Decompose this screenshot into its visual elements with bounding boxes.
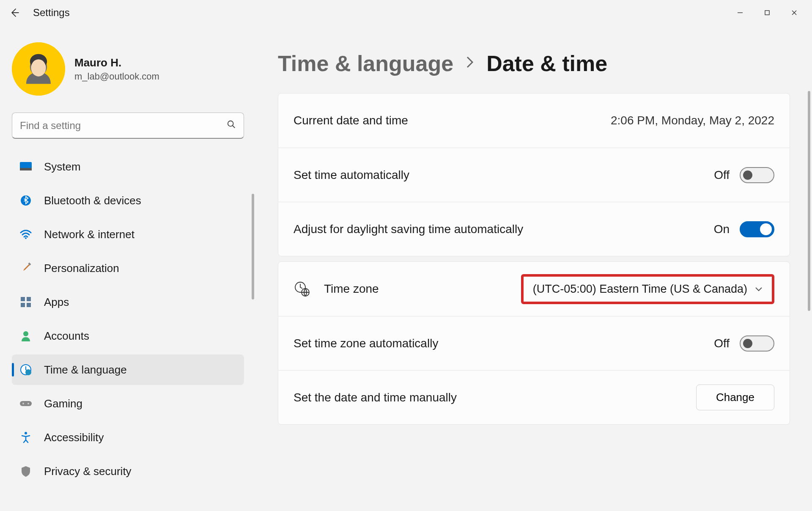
svg-point-19 <box>25 369 31 375</box>
chevron-down-icon <box>755 285 763 294</box>
sidebar-item-personalization[interactable]: Personalization <box>12 253 244 283</box>
profile-text: Mauro H. m_lab@outlook.com <box>74 56 159 82</box>
timezone-value: (UTC-05:00) Eastern Time (US & Canada) <box>533 283 747 296</box>
svg-rect-1 <box>765 11 769 15</box>
close-icon <box>791 9 798 16</box>
chevron-right-icon <box>465 55 475 72</box>
sidebar-item-bluetooth[interactable]: Bluetooth & devices <box>12 185 244 216</box>
titlebar: Settings <box>0 0 812 25</box>
profile-block[interactable]: Mauro H. m_lab@outlook.com <box>12 42 244 96</box>
sidebar-item-time-language[interactable]: Time & language <box>12 354 244 385</box>
sidebar-item-label: Bluetooth & devices <box>44 194 141 207</box>
sidebar-item-apps[interactable]: Apps <box>12 287 244 317</box>
minimize-button[interactable] <box>727 3 754 23</box>
sidebar-nav: System Bluetooth & devices Network & int… <box>12 151 244 486</box>
breadcrumb: Time & language Date & time <box>278 51 790 76</box>
auto-time-toggle[interactable] <box>740 167 774 183</box>
sidebar-item-label: Personalization <box>44 262 119 275</box>
minimize-icon <box>737 9 743 16</box>
svg-point-11 <box>25 237 27 239</box>
profile-email: m_lab@outlook.com <box>74 71 159 82</box>
bluetooth-icon <box>19 194 32 207</box>
sidebar-item-label: Apps <box>44 296 69 309</box>
profile-name: Mauro H. <box>74 56 159 69</box>
dst-toggle[interactable] <box>740 221 774 237</box>
sidebar-scrollbar[interactable] <box>252 194 254 299</box>
auto-tz-label: Set time zone automatically <box>294 337 714 350</box>
close-button[interactable] <box>781 3 808 23</box>
current-datetime-value: 2:06 PM, Monday, May 2, 2022 <box>611 114 774 127</box>
settings-window: Settings <box>0 0 812 511</box>
sidebar-item-network[interactable]: Network & internet <box>12 219 244 250</box>
card-current-datetime: Current date and time 2:06 PM, Monday, M… <box>278 93 790 256</box>
sidebar-item-accessibility[interactable]: Accessibility <box>12 422 244 453</box>
auto-tz-state: Off <box>714 337 730 350</box>
sidebar-item-accounts[interactable]: Accounts <box>12 321 244 351</box>
sidebar-item-label: Privacy & security <box>44 465 132 478</box>
accessibility-icon <box>19 431 32 444</box>
sidebar-item-gaming[interactable]: Gaming <box>12 388 244 419</box>
paintbrush-icon <box>19 262 32 275</box>
clock-globe-icon <box>19 363 32 376</box>
sidebar-item-privacy[interactable]: Privacy & security <box>12 456 244 486</box>
arrow-left-icon <box>8 7 20 19</box>
svg-point-5 <box>31 59 46 76</box>
svg-point-17 <box>23 331 28 336</box>
back-button[interactable] <box>4 3 25 23</box>
sidebar-item-system[interactable]: System <box>12 151 244 182</box>
window-controls <box>727 3 808 23</box>
shield-icon <box>19 465 32 478</box>
auto-time-state: Off <box>714 168 730 182</box>
person-icon <box>19 330 32 342</box>
manual-time-label: Set the date and time manually <box>294 391 696 404</box>
sidebar-item-label: Gaming <box>44 397 82 410</box>
svg-point-21 <box>22 403 24 404</box>
svg-rect-16 <box>27 303 31 307</box>
page-title: Date & time <box>486 51 607 76</box>
search-icon <box>227 120 236 131</box>
svg-rect-13 <box>21 297 25 301</box>
dst-state: On <box>714 223 730 236</box>
svg-rect-20 <box>20 401 32 406</box>
content-area: Mauro H. m_lab@outlook.com System Blueto… <box>0 25 812 511</box>
sidebar: Mauro H. m_lab@outlook.com System Blueto… <box>0 25 256 511</box>
svg-point-6 <box>228 121 233 126</box>
timezone-label: Time zone <box>324 282 379 296</box>
dst-label: Adjust for daylight saving time automati… <box>294 223 714 236</box>
sidebar-item-label: System <box>44 160 81 173</box>
apps-icon <box>19 296 32 308</box>
maximize-icon <box>764 9 771 16</box>
svg-rect-15 <box>21 303 25 307</box>
avatar <box>12 42 65 96</box>
svg-line-7 <box>233 126 235 128</box>
svg-point-22 <box>27 403 29 404</box>
system-icon <box>19 160 32 173</box>
main-content: Time & language Date & time Current date… <box>256 25 812 511</box>
auto-tz-toggle[interactable] <box>740 335 774 352</box>
sidebar-item-label: Accounts <box>44 330 89 343</box>
breadcrumb-parent[interactable]: Time & language <box>278 51 453 76</box>
svg-rect-14 <box>27 297 31 301</box>
sidebar-item-label: Network & internet <box>44 228 134 241</box>
search-box[interactable] <box>12 113 244 139</box>
sidebar-item-label: Time & language <box>44 363 127 376</box>
change-button[interactable]: Change <box>696 385 774 410</box>
auto-time-label: Set time automatically <box>294 168 714 182</box>
gamepad-icon <box>19 397 32 410</box>
timezone-dropdown[interactable]: (UTC-05:00) Eastern Time (US & Canada) <box>521 274 774 304</box>
svg-rect-9 <box>20 168 32 170</box>
wifi-icon <box>19 228 32 241</box>
window-title: Settings <box>33 7 70 19</box>
svg-point-23 <box>25 432 27 434</box>
timezone-icon <box>294 280 310 297</box>
current-datetime-label: Current date and time <box>294 114 611 127</box>
sidebar-item-label: Accessibility <box>44 431 104 444</box>
main-scrollbar[interactable] <box>808 91 810 311</box>
maximize-button[interactable] <box>754 3 781 23</box>
search-input[interactable] <box>20 120 227 132</box>
card-timezone: Time zone (UTC-05:00) Eastern Time (US &… <box>278 261 790 425</box>
